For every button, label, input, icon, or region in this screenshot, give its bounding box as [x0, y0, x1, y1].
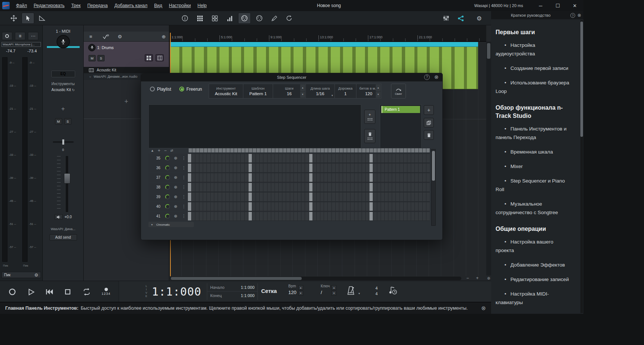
step-cell[interactable]	[404, 154, 407, 162]
step-cell[interactable]	[192, 202, 195, 211]
timeline-ruler[interactable]: 1:1:0005:1:0009:1:00013:1:00017:1:00021:…	[169, 25, 486, 42]
step-cell[interactable]	[218, 183, 221, 191]
step-cell[interactable]	[245, 212, 248, 220]
step-cell[interactable]	[203, 212, 206, 220]
draw-tool-icon[interactable]	[268, 13, 281, 24]
step-cell[interactable]	[336, 202, 339, 211]
step-cell[interactable]	[400, 183, 403, 191]
step-cell[interactable]	[282, 193, 286, 201]
seq-param-2[interactable]: Шаги16▲▼	[273, 84, 306, 98]
step-cell[interactable]	[301, 164, 305, 172]
step-cell[interactable]	[275, 154, 278, 162]
step-cell[interactable]	[328, 183, 331, 191]
step-cell[interactable]	[271, 183, 275, 191]
step-cell[interactable]	[396, 164, 399, 172]
menu-item-2[interactable]: Трек	[68, 3, 84, 8]
step-cell[interactable]	[419, 212, 422, 220]
step-cell[interactable]	[282, 173, 286, 182]
add-note-icon[interactable]: ⊕	[172, 185, 180, 190]
pan-thumb[interactable]	[62, 139, 64, 145]
grid-header-cell[interactable]	[234, 148, 237, 152]
step-cell[interactable]	[324, 193, 327, 201]
step-cell[interactable]	[271, 173, 275, 182]
step-cell[interactable]	[377, 164, 381, 172]
step-cell[interactable]	[195, 212, 199, 220]
step-cell[interactable]	[237, 173, 240, 182]
step-cell[interactable]	[218, 193, 221, 201]
step-cell[interactable]	[218, 173, 221, 182]
step-cell[interactable]	[426, 154, 430, 162]
step-cell[interactable]	[249, 193, 252, 201]
step-cell[interactable]	[343, 154, 346, 162]
playlist-radio[interactable]: Playlist	[150, 87, 171, 92]
step-cell[interactable]	[279, 193, 282, 201]
step-cell[interactable]	[419, 164, 422, 172]
pattern-item[interactable]: Pattern 1	[381, 106, 420, 113]
step-cell[interactable]	[199, 164, 203, 172]
step-cell[interactable]	[411, 173, 414, 182]
grid-header-cell[interactable]	[283, 148, 286, 152]
step-cell[interactable]	[309, 154, 313, 162]
delete-pattern-button[interactable]	[424, 130, 434, 140]
step-cell[interactable]	[343, 212, 346, 220]
step-cell[interactable]	[317, 183, 320, 191]
close-button[interactable]: ✕	[566, 0, 583, 11]
step-cell[interactable]	[290, 202, 294, 211]
step-cell[interactable]	[294, 202, 297, 211]
step-cell[interactable]	[373, 193, 377, 201]
step-cell[interactable]	[222, 164, 225, 172]
step-cell[interactable]	[407, 154, 411, 162]
step-cell[interactable]	[317, 154, 320, 162]
step-cell[interactable]	[195, 154, 199, 162]
step-cell[interactable]	[381, 173, 384, 182]
step-cell[interactable]	[419, 154, 422, 162]
step-cell[interactable]	[320, 173, 324, 182]
step-cell[interactable]	[252, 212, 256, 220]
grid-header-cell[interactable]	[305, 148, 309, 152]
grid-header-cell[interactable]	[347, 148, 350, 152]
guide-link[interactable]: Настройка аудиоустройства	[496, 38, 573, 61]
step-cell[interactable]	[211, 212, 214, 220]
step-cell[interactable]	[211, 154, 214, 162]
step-cell[interactable]	[324, 183, 327, 191]
step-cell[interactable]	[426, 193, 430, 201]
add-note-icon[interactable]: ⊕	[172, 204, 180, 209]
guide-link[interactable]: Музыкальное сотрудничество с Songtree	[496, 197, 573, 220]
step-cell[interactable]	[298, 193, 301, 201]
step-cell[interactable]	[271, 193, 275, 201]
step-cell[interactable]	[347, 183, 350, 191]
grid-header-cell[interactable]	[385, 148, 388, 152]
grid-header-cell[interactable]	[351, 148, 354, 152]
step-cell[interactable]	[241, 202, 244, 211]
step-cell[interactable]	[207, 193, 210, 201]
step-cell[interactable]	[358, 183, 362, 191]
step-cell[interactable]	[343, 164, 346, 172]
step-cell[interactable]	[317, 202, 320, 211]
guide-link[interactable]: Mixer	[496, 159, 573, 174]
menu-item-6[interactable]: Настройки	[166, 3, 194, 8]
step-cell[interactable]	[298, 154, 301, 162]
step-cell[interactable]	[355, 193, 358, 201]
step-cell[interactable]	[426, 164, 430, 172]
step-cell[interactable]	[350, 183, 354, 191]
step-cell[interactable]	[404, 202, 407, 211]
grid-header-cell[interactable]	[204, 148, 207, 152]
step-cell[interactable]	[203, 202, 206, 211]
guide-link[interactable]: Настройка вашего проекта	[496, 235, 573, 258]
add-row-icon[interactable]: +	[158, 148, 160, 153]
step-cell[interactable]	[267, 202, 271, 211]
playlist-radio-icon[interactable]	[150, 87, 155, 91]
step-cell[interactable]	[271, 154, 275, 162]
step-cell[interactable]	[381, 212, 384, 220]
step-cell[interactable]	[301, 202, 305, 211]
row-menu-icon[interactable]: ⋮	[180, 204, 188, 209]
grid-header-cell[interactable]	[370, 148, 373, 152]
step-cell[interactable]	[211, 202, 214, 211]
step-cell[interactable]	[222, 183, 225, 191]
step-cell[interactable]	[373, 183, 377, 191]
step-cell[interactable]	[214, 173, 218, 182]
step-cell[interactable]	[263, 202, 267, 211]
step-cell[interactable]	[241, 183, 244, 191]
key-control[interactable]: Ключ / ▲▼	[321, 284, 330, 299]
step-cell[interactable]	[282, 154, 286, 162]
